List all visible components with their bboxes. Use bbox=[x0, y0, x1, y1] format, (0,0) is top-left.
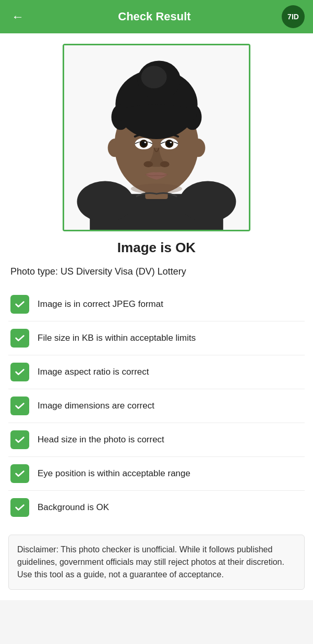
check-icon-head-size bbox=[10, 430, 29, 449]
check-item-eye-position: Eye position is within acceptable range bbox=[8, 457, 305, 491]
check-item-head-size: Head size in the photo is correct bbox=[8, 423, 305, 457]
photo-container bbox=[8, 44, 305, 231]
svg-point-8 bbox=[191, 139, 206, 157]
check-text-jpeg-format: Image is in correct JPEG format bbox=[38, 299, 163, 309]
svg-point-14 bbox=[116, 104, 196, 127]
page-title: Check Result bbox=[27, 10, 282, 23]
check-text-aspect-ratio: Image aspect ratio is correct bbox=[38, 367, 149, 377]
check-icon-eye-position bbox=[10, 464, 29, 483]
check-icon-dimensions bbox=[10, 397, 29, 415]
check-text-background: Background is OK bbox=[38, 502, 109, 513]
app-header: ← Check Result 7ID bbox=[0, 0, 313, 33]
disclaimer-text: Disclaimer: This photo checker is unoffi… bbox=[17, 545, 284, 579]
check-icon-jpeg-format bbox=[10, 295, 29, 314]
check-text-head-size: Head size in the photo is correct bbox=[38, 435, 164, 445]
svg-point-11 bbox=[141, 66, 167, 88]
check-text-file-size: File size in KB is within acceptable lim… bbox=[38, 333, 196, 343]
check-item-file-size: File size in KB is within acceptable lim… bbox=[8, 321, 305, 355]
status-title: Image is OK bbox=[8, 240, 305, 256]
back-button[interactable]: ← bbox=[8, 9, 27, 24]
check-icon-background bbox=[10, 498, 29, 517]
photo-type-label: Photo type: US Diversity Visa (DV) Lotte… bbox=[8, 266, 305, 277]
check-item-aspect-ratio: Image aspect ratio is correct bbox=[8, 355, 305, 389]
main-content: Image is OK Photo type: US Diversity Vis… bbox=[0, 33, 313, 600]
check-icon-file-size bbox=[10, 329, 29, 348]
check-list: Image is in correct JPEG format File siz… bbox=[8, 288, 305, 524]
check-text-dimensions: Image dimensions are correct bbox=[38, 401, 154, 411]
svg-point-25 bbox=[131, 184, 182, 194]
check-icon-aspect-ratio bbox=[10, 363, 29, 381]
photo-frame bbox=[63, 44, 250, 231]
check-item-background: Background is OK bbox=[8, 491, 305, 524]
svg-point-4 bbox=[179, 181, 236, 222]
disclaimer-box: Disclaimer: This photo checker is unoffi… bbox=[8, 535, 305, 590]
check-item-dimensions: Image dimensions are correct bbox=[8, 389, 305, 423]
photo-image bbox=[64, 45, 249, 230]
svg-point-24 bbox=[160, 161, 170, 167]
check-text-eye-position: Eye position is within acceptable range bbox=[38, 468, 190, 479]
check-item-jpeg-format: Image is in correct JPEG format bbox=[8, 288, 305, 321]
app-logo: 7ID bbox=[282, 5, 305, 28]
svg-point-7 bbox=[108, 139, 123, 157]
svg-point-23 bbox=[143, 161, 153, 167]
svg-point-3 bbox=[77, 181, 134, 222]
